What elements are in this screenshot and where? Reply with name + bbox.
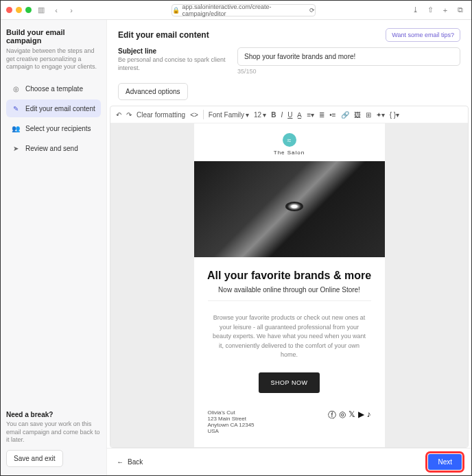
main-content: Edit your email content Want some email … [107,20,471,475]
send-icon: ➤ [12,144,20,152]
sidebar-item-label: Choose a template [25,85,83,93]
subject-input[interactable] [237,47,460,66]
editor-canvas[interactable]: ≈ The Salon All your favorite brands & m… [110,123,468,447]
sidebar-toggle-icon[interactable]: ▥ [36,5,47,16]
subject-counter: 35/150 [237,68,460,75]
facebook-icon[interactable]: ⓕ [328,409,336,434]
template-icon: ◎ [12,84,20,93]
break-title: Need a break? [6,411,101,418]
sidebar-item-recipients[interactable]: 👥 Select your recipients [6,119,101,137]
social-icons: ⓕ ◎ 𝕏 ▶ ♪ [328,409,371,434]
align-icon[interactable]: ≡▾ [307,111,314,119]
link-icon[interactable]: 🔗 [341,111,349,119]
advanced-options-button[interactable]: Advanced options [118,83,188,100]
tabs-icon[interactable]: ⧉ [455,5,466,16]
text-color-icon[interactable]: A̲ [297,111,302,119]
sidebar-item-edit-content[interactable]: ✎ Edit your email content [6,99,101,117]
instagram-icon[interactable]: ◎ [339,409,346,434]
lock-icon: 🔒 [172,7,180,14]
arrow-left-icon: ← [117,458,123,466]
address-street: 123 Main Street [208,416,255,422]
insert-image-icon[interactable]: ⊞ [366,111,371,119]
break-desc: You can save your work on this email cam… [6,420,101,444]
hero-image[interactable] [194,161,385,257]
email-tips-button[interactable]: Want some email tips? [386,28,460,42]
italic-icon[interactable]: I [281,111,283,119]
sidebar-item-label: Edit your email content [25,105,95,112]
pencil-icon: ✎ [12,104,20,112]
sidebar-item-template[interactable]: ◎ Choose a template [6,80,101,97]
back-label: Back [128,458,143,466]
save-exit-button[interactable]: Save and exit [6,450,63,467]
window-controls[interactable] [6,7,32,13]
image-icon[interactable]: 🖼 [354,111,361,119]
salon-logo-icon: ≈ [283,133,296,147]
clear-formatting-button[interactable]: Clear formatting [137,111,185,119]
sidebar-description: Navigate between the steps and get creat… [6,47,101,71]
code-icon[interactable]: <> [190,111,198,119]
nav-back-icon[interactable]: ‹ [51,5,62,16]
url-bar[interactable]: 🔒 app.saloninteractive.com/create-campai… [172,4,316,16]
ordered-list-icon[interactable]: ≣ [319,111,324,119]
youtube-icon[interactable]: ▶ [358,409,364,434]
minimize-window-icon[interactable] [16,7,22,13]
undo-icon[interactable]: ↶ [116,111,121,119]
address-country: USA [208,428,255,434]
salon-name: The Salon [194,150,385,156]
sidebar-item-label: Review and send [25,145,78,152]
subject-label: Subject line [118,47,228,55]
address-city: Anytown CA 12345 [208,422,255,428]
page-title: Edit your email content [118,30,209,40]
email-body[interactable]: Browse your favorite products or check o… [194,301,385,372]
bold-icon[interactable]: B [271,111,276,119]
refresh-icon[interactable]: ⟳ [309,7,315,14]
email-headline[interactable]: All your favorite brands & more [194,257,385,286]
email-footer-address: Olivia's Cut 123 Main Street Anytown CA … [208,409,255,434]
maximize-window-icon[interactable] [25,7,32,13]
font-size-select[interactable]: 12 ▾ [254,111,266,119]
sidebar-item-review[interactable]: ➤ Review and send [6,139,101,157]
download-icon[interactable]: ⤓ [410,5,421,16]
browser-titlebar: ▥ ‹ › 🔒 app.saloninteractive.com/create-… [1,1,471,20]
subject-hint: Be personal and concise to spark client … [118,56,228,72]
sidebar-item-label: Select your recipients [25,125,91,132]
x-icon[interactable]: 𝕏 [349,409,355,434]
people-icon: 👥 [12,124,20,132]
nav-forward-icon[interactable]: › [66,5,77,16]
redo-icon[interactable]: ↷ [126,111,132,119]
personalize-icon[interactable]: { }▾ [390,111,399,119]
address-name: Olivia's Cut [208,409,255,416]
tiktok-icon[interactable]: ♪ [367,409,371,434]
font-family-select[interactable]: Font Family ▾ [209,111,249,119]
next-button[interactable]: Next [428,454,462,470]
underline-icon[interactable]: U [287,111,292,119]
sidebar: Build your email campaign Navigate betwe… [1,20,107,475]
email-subheadline[interactable]: Now available online through our Online … [208,286,371,301]
unordered-list-icon[interactable]: •≡ [329,111,335,119]
back-button[interactable]: ← Back [117,458,143,466]
url-text: app.saloninteractive.com/create-campaign… [182,3,307,17]
new-tab-icon[interactable]: + [440,5,451,16]
shop-now-button[interactable]: SHOP NOW [259,372,320,393]
email-editor: ↶ ↷ Clear formatting <> Font Family ▾ 12… [110,106,469,448]
editor-toolbar: ↶ ↷ Clear formatting <> Font Family ▾ 12… [110,106,468,123]
email-preview: ≈ The Salon All your favorite brands & m… [194,123,385,447]
page-footer: ← Back Next [107,448,471,475]
ai-sparkle-icon[interactable]: ✦▾ [376,111,385,119]
close-window-icon[interactable] [6,7,12,13]
share-icon[interactable]: ⇧ [425,5,436,16]
sidebar-title: Build your email campaign [6,28,101,45]
